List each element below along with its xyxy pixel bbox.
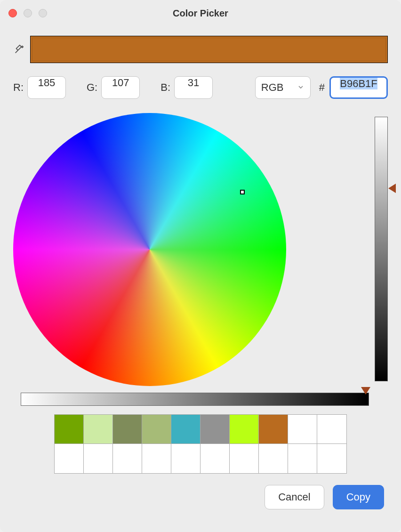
color-picker-window: Color Picker R: 185 G: 107 B:: [0, 0, 401, 532]
color-wheel-wrap: [13, 113, 286, 386]
swatch-3[interactable]: [142, 415, 171, 444]
window-title: Color Picker: [8, 8, 393, 19]
horizontal-slider[interactable]: [21, 393, 369, 406]
hash-label: #: [319, 81, 325, 94]
swatch-grid: [54, 414, 347, 474]
format-value: RGB: [261, 81, 284, 94]
preview-row: [13, 36, 388, 63]
swatch-15[interactable]: [200, 444, 230, 473]
swatch-10[interactable]: [55, 444, 84, 473]
copy-button[interactable]: Copy: [333, 485, 384, 509]
content-area: R: 185 G: 107 B: 31 RGB # B96B1F: [0, 26, 401, 532]
swatch-12[interactable]: [113, 444, 142, 473]
swatch-1[interactable]: [84, 415, 113, 444]
swatch-19[interactable]: [317, 444, 346, 473]
g-input[interactable]: 107: [101, 76, 140, 99]
close-icon[interactable]: [8, 9, 17, 17]
g-label: G:: [87, 81, 97, 94]
maximize-icon[interactable]: [39, 9, 47, 17]
color-preview: [30, 36, 388, 63]
b-label: B:: [160, 81, 170, 94]
cancel-button[interactable]: Cancel: [265, 485, 324, 509]
swatch-4[interactable]: [171, 415, 200, 444]
swatch-7[interactable]: [259, 415, 288, 444]
picker-area: [13, 113, 388, 386]
hex-input[interactable]: B96B1F: [329, 76, 388, 99]
brightness-slider[interactable]: [375, 117, 388, 381]
swatch-13[interactable]: [142, 444, 171, 473]
swatch-17[interactable]: [259, 444, 288, 473]
chevron-down-icon: [297, 81, 305, 94]
format-select[interactable]: RGB: [255, 76, 311, 99]
swatch-5[interactable]: [200, 415, 230, 444]
horizontal-marker[interactable]: [361, 387, 370, 395]
button-row: Cancel Copy: [13, 485, 388, 509]
swatch-6[interactable]: [230, 415, 259, 444]
swatch-9[interactable]: [317, 415, 346, 444]
b-input[interactable]: 31: [174, 76, 213, 99]
swatch-0[interactable]: [55, 415, 84, 444]
swatch-11[interactable]: [84, 444, 113, 473]
brightness-marker[interactable]: [388, 184, 396, 193]
wheel-cursor[interactable]: [240, 190, 245, 194]
swatch-18[interactable]: [288, 444, 317, 473]
rgb-inputs-row: R: 185 G: 107 B: 31 RGB # B96B1F: [13, 76, 388, 99]
swatch-16[interactable]: [230, 444, 259, 473]
horizontal-slider-wrap: [13, 393, 388, 406]
swatch-8[interactable]: [288, 415, 317, 444]
traffic-lights: [8, 9, 47, 17]
minimize-icon[interactable]: [24, 9, 32, 17]
swatch-2[interactable]: [113, 415, 142, 444]
r-input[interactable]: 185: [27, 76, 66, 99]
titlebar: Color Picker: [0, 0, 401, 26]
color-wheel[interactable]: [13, 113, 286, 386]
r-label: R:: [13, 81, 24, 94]
eyedropper-icon[interactable]: [13, 44, 24, 55]
swatch-14[interactable]: [171, 444, 200, 473]
